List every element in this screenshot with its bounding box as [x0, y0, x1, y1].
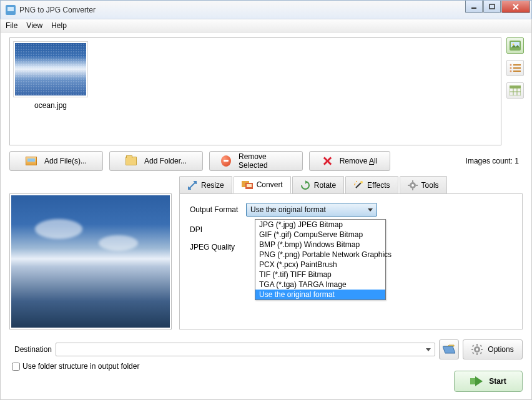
settings-tabs-area: Resize Convert Rotate Effects Tools Outp…	[179, 176, 523, 329]
view-thumbnails-button[interactable]	[506, 37, 524, 54]
svg-point-6	[510, 64, 512, 66]
lower-panel: Resize Convert Rotate Effects Tools Outp…	[9, 176, 523, 329]
svg-rect-30	[476, 353, 478, 355]
svg-rect-26	[416, 185, 418, 186]
remove-icon	[221, 155, 231, 167]
maximize-button[interactable]	[483, 1, 501, 13]
dpi-label: DPI	[190, 225, 246, 234]
output-format-dropdown[interactable]: Use the original format	[246, 203, 377, 217]
remove-all-label: Remove All	[340, 157, 378, 165]
image-icon	[510, 41, 521, 51]
dropdown-option[interactable]: PCX (*.pcx) PaintBrush	[255, 260, 385, 270]
remove-selected-button[interactable]: Remove Selected	[209, 151, 303, 171]
dropdown-option[interactable]: GIF (*.gif) CompuServe Bitmap	[255, 230, 385, 240]
tab-rotate[interactable]: Rotate	[292, 176, 344, 193]
window-controls	[465, 1, 530, 13]
close-button[interactable]	[501, 1, 530, 13]
convert-icon	[242, 180, 253, 190]
svg-rect-11	[513, 71, 521, 72]
svg-rect-31	[471, 349, 473, 350]
dropdown-option[interactable]: BMP (*.bmp) Windows Bitmap	[255, 240, 385, 250]
tab-convert[interactable]: Convert	[234, 176, 291, 193]
svg-rect-12	[510, 85, 521, 88]
options-button[interactable]: Options	[463, 339, 523, 359]
svg-point-22	[411, 184, 414, 187]
tab-body-convert: Output Format Use the original format DP…	[179, 193, 523, 329]
file-list[interactable]: ocean.jpg	[9, 37, 501, 145]
svg-rect-33	[472, 345, 475, 348]
remove-selected-label: Remove Selected	[239, 152, 291, 170]
menu-file[interactable]: File	[6, 21, 17, 30]
tab-resize[interactable]: Resize	[179, 176, 232, 193]
svg-rect-35	[472, 352, 475, 354]
photo-icon	[26, 157, 37, 165]
svg-rect-19	[247, 184, 252, 187]
dropdown-selected: Use the original format	[250, 205, 326, 214]
titlebar: PNG to JPG Converter	[0, 0, 532, 19]
main-area: ocean.jpg Add File(s)... Add Folder... R…	[0, 32, 532, 400]
folder-structure-row: Use folder structure in output folder	[12, 362, 139, 371]
svg-point-28	[476, 348, 478, 351]
chevron-down-icon	[426, 348, 431, 351]
svg-rect-36	[480, 352, 483, 354]
svg-rect-23	[412, 180, 413, 182]
dropdown-option[interactable]: JPG (*.jpg) JPEG Bitmap	[255, 220, 385, 230]
jpeg-quality-label: JPEG Quality	[190, 243, 246, 251]
svg-rect-24	[412, 188, 413, 190]
images-count: Images count: 1	[466, 157, 519, 165]
svg-rect-37	[470, 378, 475, 384]
svg-rect-9	[513, 67, 521, 69]
remove-all-button[interactable]: Remove All	[309, 151, 390, 171]
preview-pane	[9, 193, 172, 329]
view-mode-sidebar	[506, 37, 525, 99]
grid-icon	[510, 85, 521, 95]
svg-rect-29	[476, 344, 478, 346]
svg-point-20	[360, 181, 363, 183]
gear-icon	[408, 180, 418, 190]
destination-combobox[interactable]	[56, 343, 435, 356]
file-item[interactable]: ocean.jpg	[13, 41, 88, 110]
add-files-button[interactable]: Add File(s)...	[9, 151, 103, 171]
add-folder-button[interactable]: Add Folder...	[109, 151, 203, 171]
menu-help[interactable]: Help	[51, 21, 67, 30]
file-thumbnail	[13, 41, 88, 97]
svg-rect-2	[490, 4, 495, 9]
add-folder-label: Add Folder...	[144, 157, 187, 165]
preview-image	[11, 195, 170, 328]
folder-open-icon	[443, 344, 455, 354]
minimize-button[interactable]	[465, 1, 483, 13]
file-name-label: ocean.jpg	[13, 101, 88, 110]
list-icon	[510, 64, 521, 72]
wand-icon	[353, 180, 363, 190]
use-folder-structure-checkbox[interactable]	[12, 363, 20, 371]
chevron-down-icon	[368, 208, 373, 212]
menu-view[interactable]: View	[26, 21, 42, 30]
dropdown-option[interactable]: PNG (*.png) Portable Network Graphics	[255, 250, 385, 260]
tab-tools[interactable]: Tools	[400, 176, 447, 193]
view-list-button[interactable]	[506, 60, 524, 76]
gear-icon	[471, 344, 483, 355]
tab-strip: Resize Convert Rotate Effects Tools	[179, 176, 523, 193]
destination-row: Destination Options	[14, 339, 523, 359]
output-format-dropdown-list[interactable]: JPG (*.jpg) JPEG Bitmap GIF (*.gif) Comp…	[255, 219, 386, 300]
play-icon	[470, 376, 483, 386]
dropdown-option[interactable]: TIF (*.tif) TIFF Bitmap	[255, 270, 385, 280]
add-files-label: Add File(s)...	[44, 157, 87, 165]
svg-rect-1	[7, 7, 14, 11]
dropdown-option[interactable]: TGA (*.tga) TARGA Image	[255, 280, 385, 290]
svg-point-10	[510, 71, 512, 72]
options-label: Options	[488, 345, 513, 354]
svg-rect-25	[408, 185, 410, 186]
rotate-icon	[300, 180, 310, 190]
use-folder-structure-label: Use folder structure in output folder	[22, 362, 139, 371]
view-details-button[interactable]	[506, 82, 524, 99]
x-icon	[322, 156, 332, 166]
svg-rect-7	[513, 64, 521, 66]
start-label: Start	[489, 377, 506, 386]
output-format-label: Output Format	[190, 205, 246, 214]
browse-destination-button[interactable]	[439, 339, 459, 359]
window-title: PNG to JPG Converter	[19, 6, 465, 14]
dropdown-option-selected[interactable]: Use the original format	[255, 290, 385, 300]
start-button[interactable]: Start	[454, 371, 523, 392]
tab-effects[interactable]: Effects	[345, 176, 398, 193]
